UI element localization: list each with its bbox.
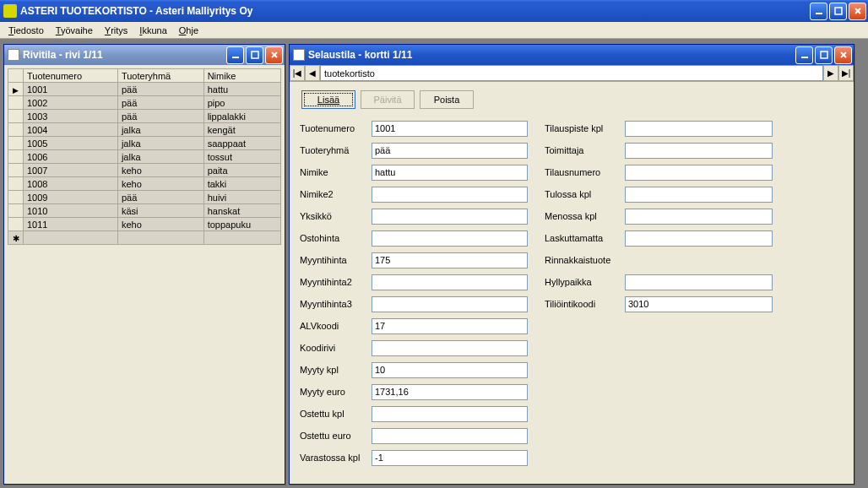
sel-close-button[interactable]	[834, 46, 852, 64]
left-input[interactable]	[372, 318, 528, 334]
cell[interactable]: kengät	[203, 123, 280, 137]
col-header[interactable]: Tuoteryhmä	[117, 69, 203, 83]
sel-maximize-button[interactable]	[815, 46, 833, 64]
table-row[interactable]: 1002pääpipo	[8, 96, 281, 110]
cell[interactable]: pipo	[203, 96, 280, 110]
cell[interactable]: 1009	[24, 191, 118, 204]
left-input[interactable]	[372, 428, 528, 444]
left-input[interactable]	[372, 209, 528, 225]
cell[interactable]: hanskat	[203, 204, 280, 218]
left-input[interactable]	[372, 230, 528, 247]
table-row[interactable]: 1011kehotoppapuku	[8, 218, 281, 231]
rivi-minimize-button[interactable]	[226, 46, 244, 64]
menu-yritys[interactable]: Yritys	[100, 24, 133, 37]
cell[interactable]: 1001	[24, 83, 118, 96]
nav-last-button[interactable]: ▶|	[838, 65, 854, 81]
cell[interactable]	[117, 231, 203, 245]
cell[interactable]: jalka	[117, 123, 203, 137]
cell[interactable]: käsi	[117, 204, 203, 218]
left-input[interactable]	[372, 296, 528, 312]
delete-button[interactable]: Poista	[420, 90, 474, 109]
row-header[interactable]	[8, 137, 24, 150]
row-header[interactable]	[8, 110, 24, 123]
cell[interactable]: pää	[117, 110, 203, 123]
cell[interactable]: 1010	[24, 204, 118, 218]
table-row[interactable]: 1004jalkakengät	[8, 123, 281, 137]
minimize-button[interactable]	[810, 3, 827, 20]
left-input[interactable]	[372, 274, 528, 290]
row-header[interactable]	[8, 204, 24, 218]
menu-ohje[interactable]: Ohje	[174, 24, 203, 37]
right-input[interactable]	[625, 121, 773, 137]
menu-tiedosto[interactable]: Tiedosto	[3, 24, 49, 37]
cell[interactable]: takki	[203, 177, 280, 191]
row-header[interactable]	[8, 177, 24, 191]
cell[interactable]: pää	[117, 83, 203, 96]
cell[interactable]: lippalakki	[203, 110, 280, 123]
cell[interactable]: pää	[117, 96, 203, 110]
sel-minimize-button[interactable]	[795, 46, 813, 64]
col-header[interactable]: Tuotenumero	[24, 69, 118, 83]
cell[interactable]: keho	[117, 164, 203, 177]
col-header[interactable]: Nimike	[203, 69, 280, 83]
cell[interactable]: 1005	[24, 137, 118, 150]
rivi-close-button[interactable]	[265, 46, 283, 64]
product-grid[interactable]: TuotenumeroTuoteryhmäNimike 1001päähattu…	[8, 68, 281, 245]
close-button[interactable]	[849, 3, 866, 20]
cell[interactable]: 1003	[24, 110, 118, 123]
row-header[interactable]	[8, 83, 24, 96]
right-input[interactable]	[625, 143, 773, 159]
left-input[interactable]	[372, 187, 528, 203]
right-input[interactable]	[625, 296, 773, 312]
cell[interactable]: jalka	[117, 137, 203, 150]
left-input[interactable]	[372, 340, 528, 356]
cell[interactable]: 1008	[24, 177, 118, 191]
table-row[interactable]: 1010käsihanskat	[8, 204, 281, 218]
cell[interactable]: saappaat	[203, 137, 280, 150]
cell[interactable]: pää	[117, 191, 203, 204]
rivi-maximize-button[interactable]	[246, 46, 263, 64]
menu-työvaihe[interactable]: Työvaihe	[51, 24, 98, 37]
right-input[interactable]	[625, 187, 773, 203]
cell[interactable]: toppapuku	[203, 218, 280, 231]
row-header[interactable]	[8, 191, 24, 204]
left-input[interactable]	[372, 143, 528, 159]
cell[interactable]: keho	[117, 177, 203, 191]
cell[interactable]	[24, 231, 118, 245]
right-input[interactable]	[625, 209, 773, 225]
nav-field[interactable]	[320, 65, 823, 81]
cell[interactable]: tossut	[203, 150, 280, 164]
cell[interactable]: keho	[117, 218, 203, 231]
right-input[interactable]	[625, 274, 773, 290]
table-row[interactable]: 1007kehopaita	[8, 164, 281, 177]
left-input[interactable]	[372, 252, 528, 268]
nav-first-button[interactable]: |◀	[290, 65, 305, 81]
cell[interactable]: huivi	[203, 191, 280, 204]
maximize-button[interactable]	[829, 3, 847, 20]
row-header[interactable]	[8, 164, 24, 177]
menu-ikkuna[interactable]: Ikkuna	[134, 24, 171, 37]
table-row[interactable]: 1001päähattu	[8, 83, 281, 96]
add-button[interactable]: Lisää	[301, 90, 355, 109]
cell[interactable]: hattu	[203, 83, 280, 96]
table-row[interactable]: 1009päähuivi	[8, 191, 281, 204]
left-input[interactable]	[372, 450, 528, 466]
row-header[interactable]	[8, 150, 24, 164]
cell[interactable]: 1004	[24, 123, 118, 137]
new-row[interactable]	[8, 231, 281, 245]
nav-next-button[interactable]: ▶	[823, 65, 838, 81]
row-header[interactable]	[8, 123, 24, 137]
table-row[interactable]: 1006jalkatossut	[8, 150, 281, 164]
table-row[interactable]: 1003päälippalakki	[8, 110, 281, 123]
row-header[interactable]	[8, 231, 24, 245]
table-row[interactable]: 1005jalkasaappaat	[8, 137, 281, 150]
left-input[interactable]	[372, 384, 528, 400]
nav-prev-button[interactable]: ◀	[305, 65, 320, 81]
right-input[interactable]	[625, 165, 773, 181]
left-input[interactable]	[372, 406, 528, 422]
selaustila-titlebar[interactable]: Selaustila - kortti 1/11	[290, 45, 854, 65]
cell[interactable]: 1011	[24, 218, 118, 231]
cell[interactable]: 1007	[24, 164, 118, 177]
right-input[interactable]	[625, 230, 773, 247]
row-header[interactable]	[8, 218, 24, 231]
